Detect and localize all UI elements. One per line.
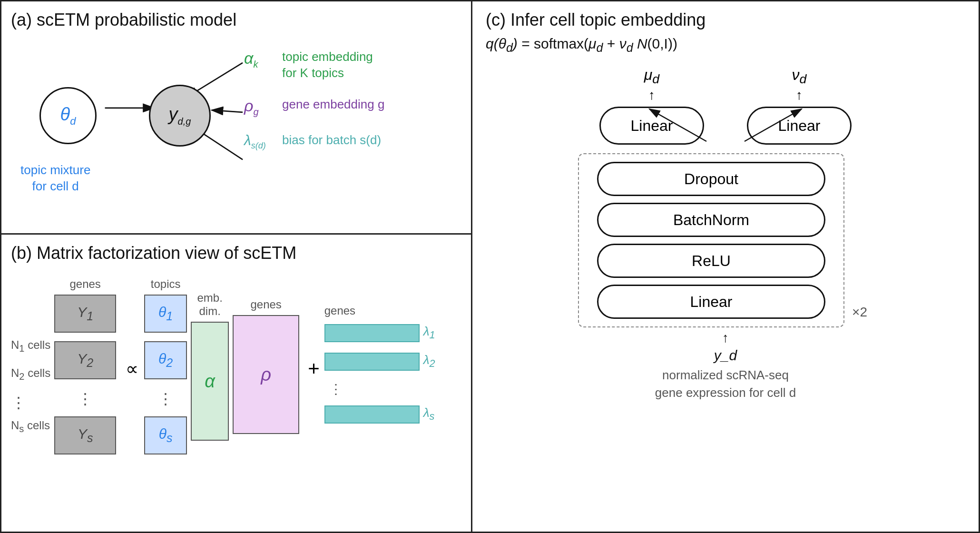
row-labels: N1 cells N2 cells ⋮ Ns cells [11,316,50,439]
y-col-label: genes [69,277,100,291]
lambda2-symbol: λ2 [423,353,435,370]
alpha-col-label: emb.dim. [197,291,222,318]
input-label: y_d [578,347,873,364]
nn-diagram: μd ↑ νd ↑ Linear Linear [578,66,873,401]
alpha-symbol: αk [244,49,282,70]
nu-label-area: νd ↑ [747,66,852,103]
lambda-col-label: genes [324,304,355,317]
lambdas-bar [324,405,420,424]
alpha-block: α [191,322,229,441]
y-node: yd,g [149,85,211,147]
theta-node: θd [39,87,97,144]
figure: (a) scETM probabilistic model [0,0,980,533]
lambda-symbol: λs(d) [244,132,282,151]
lambda2-bar [324,353,420,371]
rho-text: gene embedding g [282,97,384,113]
y-dots: ⋮ [78,390,93,408]
ys-block: Ys [54,416,116,454]
legend-item-lambda: λs(d) bias for batch s(d) [244,132,384,151]
lambdas-row: λs [324,405,435,424]
formula: q(θd) = softmax(μd + νd N(0,I)) [486,36,965,55]
y2-block: Y2 [54,341,116,379]
theta2-block: θ2 [144,341,187,379]
panel-a-label: (a) scETM probabilistic model [11,10,461,30]
theta-label: topic mixture for cell d [20,162,90,195]
rho-col-label: genes [250,298,281,311]
repeat-label: ×2 [852,305,867,320]
panel-a-content: θd topic mixture for cell d yd,g αk topi… [11,35,461,216]
linear-layer: Linear [597,285,825,319]
row-label-dots: ⋮ [11,395,50,410]
panel-b-content: N1 cells N2 cells ⋮ Ns cells genes Y1 Y2… [11,277,461,460]
legend-item-alpha: αk topic embeddingfor K topics [244,49,384,81]
y-matrices: genes Y1 Y2 ⋮ Ys [54,277,116,460]
theta-matrices: topics θ1 θ2 ⋮ θs [144,277,187,460]
proportional-symbol: ∝ [126,358,138,379]
output-labels: μd ↑ νd ↑ [578,66,873,103]
row-label-2: N2 cells [11,367,50,381]
alpha-matrix-col: emb.dim. α [191,291,229,446]
relu-layer: ReLU [597,244,825,278]
y1-block: Y1 [54,295,116,333]
y-symbol: yd,g [169,104,191,127]
legend-item-rho: ρg gene embedding g [244,97,384,118]
input-sub-label: normalized scRNA-seqgene expression for … [578,366,873,401]
rho-matrix-col: genes ρ [233,298,299,440]
lambda-bars: λ1 λ2 ⋮ λs [324,324,435,434]
nu-label: νd [792,66,807,83]
panel-b-label: (b) Matrix factorization view of scETM [11,243,461,263]
row-label-1: N1 cells [11,339,50,353]
linear-box-mu: Linear [599,107,704,145]
plus-symbol: + [308,357,320,380]
panel-b: (b) Matrix factorization view of scETM N… [1,235,471,532]
panel-c: (c) Infer cell topic embedding q(θd) = s… [472,1,979,532]
alpha-text: topic embeddingfor K topics [282,49,373,81]
theta-col-label: topics [151,277,181,291]
rho-symbol: ρg [244,97,282,118]
lambda-column: genes λ1 λ2 ⋮ λs [324,304,435,434]
row-label-s: Ns cells [11,420,50,434]
lambda2-row: λ2 [324,353,435,371]
svg-line-3 [212,110,243,112]
batchnorm-layer: BatchNorm [597,203,825,237]
mu-label-area: μd ↑ [599,66,704,103]
linear-box-nu: Linear [747,107,852,145]
left-panel: (a) scETM probabilistic model [1,1,472,532]
thetas-block: θs [144,416,187,454]
top-linear-row: Linear Linear [578,107,873,145]
lambda-text: bias for batch s(d) [282,132,381,148]
panel-c-label: (c) Infer cell topic embedding [486,10,965,30]
lambda1-symbol: λ1 [423,324,435,341]
lambdas-symbol: λs [423,405,435,423]
input-area: y_d normalized scRNA-seqgene expression … [578,347,873,401]
lambda-dots: ⋮ [329,381,343,397]
dropout-layer: Dropout [597,162,825,196]
lambda1-row: λ1 [324,324,435,342]
panel-a: (a) scETM probabilistic model [1,1,471,235]
theta-symbol: θd [60,104,76,128]
mu-label: μd [644,66,659,83]
legend-area: αk topic embeddingfor K topics ρg gene e… [244,49,384,166]
dashed-box: Dropout BatchNorm ReLU Linear ×2 [578,153,844,327]
theta-dots: ⋮ [158,390,173,408]
theta1-block: θ1 [144,295,187,333]
input-arrow: ↑ [578,330,873,345]
lambda1-bar [324,324,420,342]
rho-block: ρ [233,315,299,434]
